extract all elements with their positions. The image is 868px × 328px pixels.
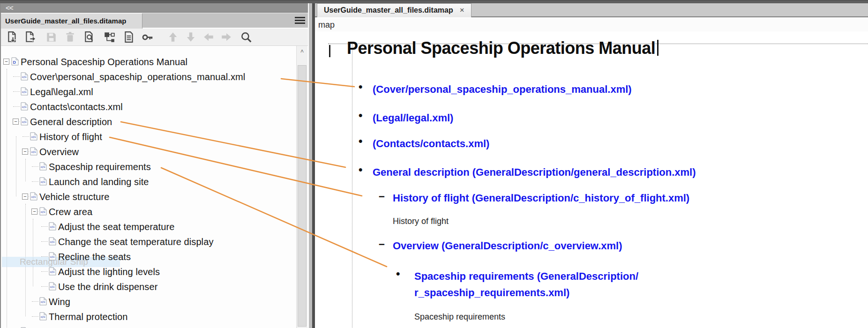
bullet-marker: •: [396, 267, 400, 280]
insert-reference-after-icon[interactable]: [7, 31, 19, 43]
tree-connector: [32, 316, 38, 317]
svg-text:</>: </>: [22, 90, 27, 94]
svg-text:</>: </>: [31, 150, 36, 154]
collapse-toggle-icon[interactable]: −: [22, 149, 28, 155]
tree-scrollbar[interactable]: ˄: [296, 46, 307, 328]
keys-icon[interactable]: [142, 31, 154, 43]
topic-icon: </>: [39, 312, 47, 322]
tree-node-label: Change the seat temperature display: [58, 236, 213, 248]
delete-icon[interactable]: [64, 31, 76, 43]
app-window: << UserGuide_master_all_files.ditamap Re…: [0, 0, 868, 328]
collapse-toggle-icon[interactable]: −: [3, 59, 9, 65]
scrollbar-thumb[interactable]: [298, 65, 307, 327]
editor-tab-ditamap[interactable]: UserGuide_master_all_files.ditamap×: [317, 3, 471, 17]
move-up-icon[interactable]: [167, 31, 179, 43]
panel-menu-icon[interactable]: [295, 17, 305, 25]
topic-icon: </>: [49, 222, 56, 232]
collapse-toggle-icon[interactable]: −: [22, 194, 28, 200]
tree-connector: [32, 181, 38, 182]
ditamap-panel-tab[interactable]: UserGuide_master_all_files.ditamap: [1, 13, 142, 29]
search-icon[interactable]: [240, 31, 252, 43]
svg-text:</>: </>: [41, 210, 45, 214]
show-structure-icon[interactable]: [103, 31, 115, 43]
topicref-text[interactable]: History of flight (GeneralDescription/c_…: [393, 190, 689, 206]
collapse-toggle-icon[interactable]: −: [31, 209, 37, 215]
tree-row[interactable]: </>Contacts\contacts.xml: [1, 99, 296, 113]
tree-row[interactable]: </>Recline the seats: [1, 249, 296, 263]
tree-row[interactable]: </>Launch and landing site: [1, 174, 296, 188]
open-document-icon[interactable]: [123, 31, 135, 43]
tree-node-label: Spaceship requirements: [49, 161, 151, 173]
scroll-up-icon[interactable]: ˄: [297, 47, 307, 56]
topic-icon: </>: [49, 237, 56, 247]
dash-marker: –: [379, 190, 385, 202]
tree-row[interactable]: − DPersonal Spaceship Operations Manual: [1, 54, 296, 68]
map-author-view: Personal Spaceship Operations Manual •(C…: [315, 31, 868, 328]
tree-row[interactable]: </>History of flight: [1, 129, 296, 143]
close-tab-icon[interactable]: ×: [460, 6, 464, 15]
collapse-panel-icon[interactable]: <<: [6, 3, 13, 12]
breadcrumb-map-node[interactable]: map: [318, 20, 335, 30]
tree-row[interactable]: </>Change the seat temperature display: [1, 234, 296, 248]
tree-connector: [13, 76, 20, 77]
topic-icon: </>: [49, 267, 56, 277]
tree-connector: [41, 226, 48, 227]
tree-row[interactable]: </>Wing: [1, 294, 296, 308]
tree-row[interactable]: </>Thermal protection: [1, 309, 296, 323]
save-icon[interactable]: [45, 31, 57, 43]
tree-connector: [13, 91, 20, 92]
tree-row[interactable]: </>Use the drink dispenser: [1, 279, 296, 293]
map-title: Personal Spaceship Operations Manual: [347, 38, 658, 58]
dash-marker: –: [379, 238, 385, 250]
tree-row[interactable]: − </>Overview: [1, 144, 296, 158]
move-right-icon[interactable]: [220, 31, 232, 43]
tree-node-label: Crew area: [49, 206, 92, 218]
tree-row[interactable]: − </>Vehicle structure: [1, 189, 296, 203]
tree-row[interactable]: </>Legal\legal.xml: [1, 84, 296, 98]
tree-row[interactable]: </>Adjust the seat temperature: [1, 219, 296, 233]
topicref-text[interactable]: Spaceship requirements (GeneralDescripti…: [414, 268, 638, 301]
tree-connector: [32, 166, 38, 167]
topic-icon: </>: [39, 297, 47, 307]
tree-row[interactable]: − </>: [1, 324, 296, 328]
svg-text:</>: </>: [50, 240, 55, 244]
topicref-text[interactable]: (Contacts/contacts.xml): [373, 135, 489, 152]
tree-node-label: Legal\legal.xml: [30, 86, 93, 98]
move-down-icon[interactable]: [185, 31, 197, 43]
tree-node-label: Thermal protection: [49, 311, 128, 323]
collapse-toggle-icon[interactable]: −: [13, 119, 19, 125]
tree-row[interactable]: </>Adjust the lighting levels: [1, 264, 296, 278]
tree-row[interactable]: </>Cover\personal_spaceship_operations_m…: [1, 69, 296, 83]
tree-row[interactable]: − </>General description: [1, 114, 296, 128]
topic-icon: </>: [49, 282, 56, 292]
text-caret: [657, 40, 658, 56]
move-left-icon[interactable]: [202, 31, 215, 43]
left-panel-tabstrip: UserGuide_master_all_files.ditamap: [1, 13, 308, 29]
tree-connector: [13, 106, 20, 107]
dita-maps-manager-panel: << UserGuide_master_all_files.ditamap Re…: [0, 0, 308, 328]
topic-icon: </>: [39, 207, 47, 217]
topicref-text[interactable]: Overview (GeneralDescription/c_overview.…: [393, 238, 622, 254]
svg-text:</>: </>: [50, 285, 55, 289]
editor-panel: UserGuide_master_all_files.ditamap× map …: [315, 0, 868, 328]
topic-icon: </>: [21, 72, 28, 82]
tree-connector: [41, 241, 48, 242]
tree-row[interactable]: − </>Crew area: [1, 204, 296, 218]
topic-icon: </>: [30, 147, 37, 157]
svg-text:</>: </>: [41, 180, 45, 184]
topicref-text[interactable]: (Legal/legal.xml): [373, 110, 453, 126]
insert-reference-below-icon[interactable]: [24, 31, 37, 43]
topicref-text[interactable]: (Cover/personal_spaceship_operations_man…: [373, 81, 632, 97]
tree-row[interactable]: </>Spaceship requirements: [1, 159, 296, 173]
panel-splitter[interactable]: [309, 0, 315, 328]
svg-text:D: D: [13, 60, 16, 65]
topic-title-text: History of flight: [393, 216, 449, 226]
tree-node-label: Use the drink dispenser: [58, 281, 157, 293]
svg-text:</>: </>: [41, 315, 45, 319]
ditamap-tree: Rectangular Ship − DPersonal Spaceship O…: [1, 46, 296, 328]
tree-connector: [41, 286, 48, 287]
topicref-text[interactable]: General description (GeneralDescription/…: [373, 164, 696, 180]
open-preview-icon[interactable]: [83, 31, 96, 43]
breadcrumb: map: [315, 18, 868, 31]
tree-node-label: Cover\personal_spaceship_operations_manu…: [30, 71, 245, 83]
